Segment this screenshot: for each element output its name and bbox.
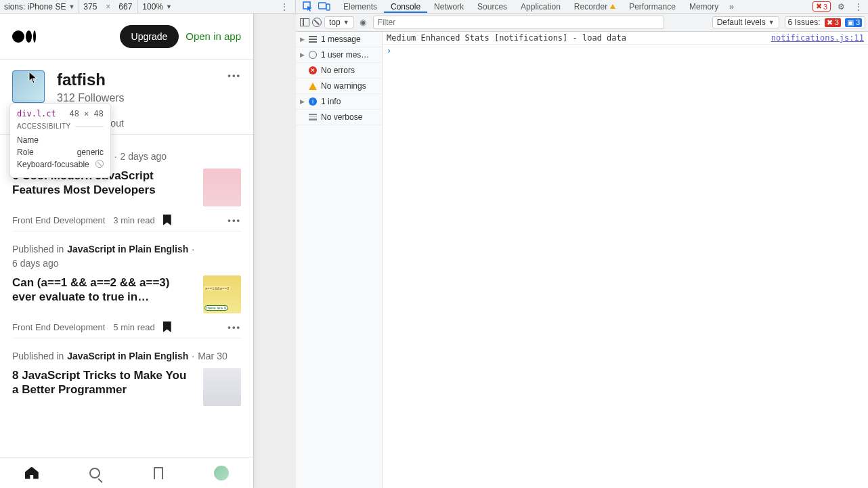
settings-gear-icon[interactable]: ⚙ [835,2,848,12]
execution-context-select[interactable]: top▼ [324,16,354,28]
svg-rect-2 [326,4,330,10]
bookmark-icon[interactable] [163,321,171,332]
article-tag[interactable]: Front End Development [12,322,105,332]
devtools-tablist: Elements Console Network Sources Applica… [337,0,725,13]
app-top-bar: Upgrade Open in app [0,14,253,60]
nav-search-icon[interactable] [87,466,102,481]
tab-application[interactable]: Application [514,0,567,13]
profile-more-icon[interactable]: ••• [227,70,241,81]
nav-bookmark-icon[interactable] [151,466,166,481]
article-publication[interactable]: JavaScript in Plain English [67,351,188,361]
article-card[interactable]: Published in JavaScript in Plain English… [12,338,241,412]
viewport-width-input[interactable]: 375 [79,0,102,13]
log-levels-select[interactable]: Default levels▼ [712,16,779,28]
tooltip-section-title: ACCESSIBILITY [17,123,71,130]
tab-console[interactable]: Console [384,0,427,13]
console-body: ▶ 1 message ▶ 1 user mes… ▶ ✕ No errors … [296,32,868,488]
toggle-device-icon[interactable] [318,1,331,12]
error-icon: ✕ [309,66,317,74]
devtools-tabs-area: Elements Console Network Sources Applica… [296,0,868,13]
console-log-area[interactable]: Medium Enhanced Stats [notifications] - … [383,32,868,488]
tabs-overflow-icon[interactable]: » [725,2,738,12]
profile-tab-about[interactable]: out [110,118,123,129]
sidebar-warnings[interactable]: ▶ No warnings [296,79,382,94]
article-title[interactable]: 8 JavaScript Tricks to Make You a Better… [12,368,194,397]
clear-console-icon[interactable] [312,18,322,27]
article-date: Mar 30 [198,351,227,361]
kb-no-icon [95,160,104,168]
article-date: 2 days ago [121,151,167,162]
article-publication[interactable]: JavaScript in Plain English [67,244,188,254]
upgrade-button[interactable]: Upgrade [120,25,179,48]
simulated-device: Upgrade Open in app fatfish 312 Follower… [0,14,254,488]
article-card[interactable]: Published in JavaScript in Plain English… [12,231,241,338]
console-prompt[interactable]: › [383,45,868,57]
prompt-caret-icon: › [387,46,391,56]
devtools-top-bar: sions: iPhone SE▼ 375 × 667 100%▼ ⋮ Elem… [0,0,868,14]
article-tag[interactable]: Front End Development [12,215,105,225]
log-source-link[interactable]: notifications.js:11 [771,33,864,43]
open-in-app-link[interactable]: Open in app [186,30,241,42]
live-expression-icon[interactable]: ◉ [357,18,369,27]
profile-avatar[interactable] [12,70,45,103]
inspect-element-icon[interactable] [301,1,315,12]
dim-separator: × [102,0,114,13]
sidebar-info[interactable]: ▶ i 1 info [296,94,382,110]
tooltip-val-role: generic [77,148,104,157]
bottom-nav [0,457,253,488]
user-msg-icon [309,51,317,59]
tab-recorder[interactable]: Recorder [567,0,622,13]
tooltip-selector: div.l.ct [17,109,56,118]
viewport-height-input[interactable]: 667 [114,0,137,13]
tab-sources[interactable]: Sources [471,0,514,13]
console-filter-input[interactable] [373,16,664,29]
nav-avatar[interactable] [214,466,229,481]
article-thumbnail[interactable] [203,169,241,206]
tab-memory[interactable]: Memory [682,0,725,13]
sidebar-user-messages[interactable]: ▶ 1 user mes… [296,47,382,63]
sidebar-errors[interactable]: ▶ ✕ No errors [296,63,382,79]
tooltip-key-name: Name [17,135,39,145]
sidebar-all-messages[interactable]: ▶ 1 message [296,32,382,47]
article-more-icon[interactable]: ••• [227,215,241,225]
medium-logo-icon[interactable] [12,30,36,43]
article-read-time: 5 min read [113,322,154,332]
devtools-more-icon[interactable]: ⋮ [852,2,865,12]
article-published-in: Published in [12,351,64,361]
tooltip-dimensions: 48 × 48 [69,109,104,118]
device-viewport-shell: Upgrade Open in app fatfish 312 Follower… [0,14,296,488]
log-message-text: Medium Enhanced Stats [notifications] - … [387,33,771,43]
inspector-tooltip: div.l.ct 48 × 48 ACCESSIBILITY Name Role… [9,103,111,178]
article-date: 6 days ago [12,258,59,269]
tab-performance[interactable]: Performance [622,0,682,13]
error-count-badge[interactable]: ✖ 3 [812,1,831,12]
console-message-sidebar: ▶ 1 message ▶ 1 user mes… ▶ ✕ No errors … [296,32,383,488]
issues-chip[interactable]: 6 Issues: ✖ 3 ▣ 3 [785,16,865,28]
device-select[interactable]: sions: iPhone SE▼ [0,0,79,13]
toggle-sidebar-icon[interactable] [300,18,309,26]
tab-elements[interactable]: Elements [337,0,384,13]
warning-icon [309,83,317,90]
list-icon [309,36,317,43]
console-filter-bar: top▼ ◉ Default levels▼ 6 Issues: ✖ 3 ▣ 3 [296,14,868,32]
nav-home-icon[interactable] [24,466,39,481]
svg-rect-1 [319,3,326,9]
sidebar-verbose[interactable]: ▶ No verbose [296,110,382,125]
zoom-select[interactable]: 100%▼ [137,0,169,13]
bookmark-icon[interactable] [163,215,171,225]
console-log-line[interactable]: Medium Enhanced Stats [notifications] - … [383,32,868,45]
article-read-time: 3 min read [113,215,154,225]
profile-name: fatfish [57,70,215,89]
tooltip-key-kb: Keyboard-focusable [17,160,89,169]
tooltip-key-role: Role [17,148,34,157]
device-toolbar: sions: iPhone SE▼ 375 × 667 100%▼ ⋮ [0,0,296,13]
article-title[interactable]: Can (a==1 && a==2 && a==3) ever evaluate… [12,275,194,305]
device-more-icon[interactable]: ⋮ [274,2,295,12]
tab-network[interactable]: Network [427,0,471,13]
article-more-icon[interactable]: ••• [227,322,241,332]
article-thumbnail[interactable] [203,368,241,406]
article-thumbnail[interactable] [203,275,241,313]
article-published-in: Published in [12,244,64,254]
verbose-icon [309,114,317,120]
info-icon: i [309,97,317,106]
